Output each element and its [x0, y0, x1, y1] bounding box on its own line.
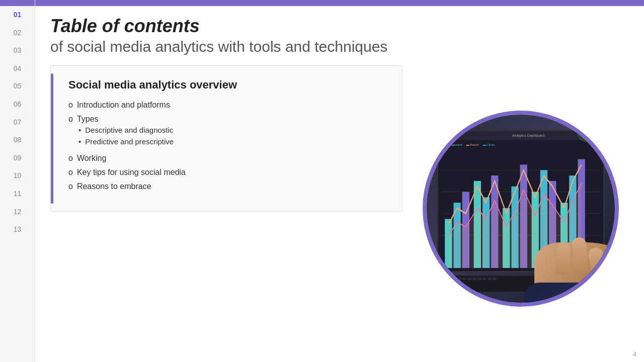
dot-bullet-2: • — [78, 137, 81, 146]
sidebar-item-10[interactable]: 10 — [0, 167, 35, 185]
content-area: Social media analytics overview o Introd… — [35, 60, 644, 362]
overview-card: Social media analytics overview o Introd… — [50, 65, 403, 212]
sidebar-item-02[interactable]: 02 — [0, 24, 35, 42]
sidebar-item-03[interactable]: 03 — [0, 42, 35, 60]
sidebar-item-09[interactable]: 09 — [0, 149, 35, 167]
toc-text-reasons: Reasons to embrace — [77, 182, 151, 191]
bullet-types: o — [68, 115, 73, 124]
dot-bullet-1: • — [78, 126, 81, 134]
sidebar-item-05[interactable]: 05 — [0, 77, 35, 96]
sub-text-descriptive: Descriptive and diagnostic — [85, 126, 173, 134]
left-panel: Social media analytics overview o Introd… — [50, 65, 403, 352]
bullet-intro: o — [68, 101, 73, 110]
sidebar-item-12[interactable]: 12 — [0, 203, 35, 221]
sidebar-item-07[interactable]: 07 — [0, 114, 35, 132]
toc-list: o Introduction and platforms o Types • — [63, 101, 387, 191]
sidebar-item-01[interactable]: 01 — [0, 6, 35, 24]
toc-text-working: Working — [77, 154, 106, 163]
toc-item-intro: o Introduction and platforms — [68, 101, 387, 110]
toc-text-types: Types — [77, 115, 99, 124]
sub-text-predictive: Predictive and prescriptive — [85, 137, 174, 146]
toc-item-types: o Types • Descriptive and diagnostic • — [68, 115, 387, 149]
sidebar-item-04[interactable]: 04 — [0, 60, 35, 78]
bullet-working: o — [68, 154, 73, 163]
main-content: Table of contents of social media analyt… — [35, 0, 644, 362]
card-accent-bar — [51, 73, 53, 204]
sub-item-descriptive: • Descriptive and diagnostic — [78, 126, 174, 134]
top-accent-bar — [35, 0, 644, 6]
sidebar-item-08[interactable]: 08 — [0, 131, 35, 149]
page-title: Table of contents — [50, 16, 624, 36]
sidebar-item-13[interactable]: 13 — [0, 221, 35, 239]
toc-item-working: o Working — [68, 154, 387, 163]
circle-image: Analytics Dashboard ▬ Engagement ▬ Reach… — [423, 111, 619, 307]
sidebar-accent-bar — [0, 0, 35, 6]
sidebar: 01 02 03 04 05 06 07 08 09 10 11 12 13 — [0, 0, 35, 362]
bullet-tips: o — [68, 168, 73, 177]
card-title: Social media analytics overview — [63, 78, 387, 92]
toc-item-reasons: o Reasons to embrace — [68, 182, 387, 191]
toc-text-intro: Introduction and platforms — [77, 101, 170, 110]
right-panel: Analytics Dashboard ▬ Engagement ▬ Reach… — [413, 65, 629, 352]
sidebar-item-11[interactable]: 11 — [0, 185, 35, 203]
toc-item-tips: o Key tips for using social media — [68, 168, 387, 177]
sub-item-predictive: • Predictive and prescriptive — [78, 137, 174, 146]
sub-list-types: • Descriptive and diagnostic • Predictiv… — [68, 126, 174, 146]
bullet-reasons: o — [68, 182, 73, 191]
laptop-scene: Analytics Dashboard ▬ Engagement ▬ Reach… — [427, 115, 615, 303]
header-section: Table of contents of social media analyt… — [35, 6, 644, 60]
sidebar-item-06[interactable]: 06 — [0, 96, 35, 114]
page-number: 4 — [633, 351, 636, 358]
toc-text-tips: Key tips for using social media — [77, 168, 186, 177]
page-subtitle: of social media analytics with tools and… — [50, 38, 624, 55]
